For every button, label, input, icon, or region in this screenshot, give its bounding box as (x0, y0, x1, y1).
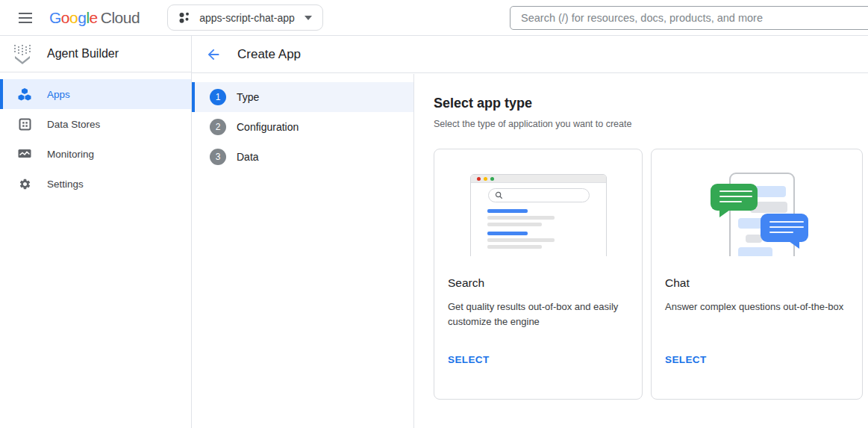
sidebar-item-settings[interactable]: Settings (0, 169, 191, 199)
section-heading: Select app type (434, 96, 868, 111)
product-title: Agent Builder (47, 47, 119, 61)
project-name: apps-script-chat-app (199, 12, 295, 24)
create-app-stepper: 1 Type 2 Configuration 3 Data (192, 74, 414, 428)
browser-topbar (471, 175, 606, 183)
step-label: Configuration (237, 121, 299, 133)
sidebar-item-label: Data Stores (47, 119, 100, 130)
search-pill-graphic (488, 188, 590, 202)
traffic-dot-green (490, 177, 494, 181)
logo-cloud-text: Cloud (101, 9, 140, 26)
traffic-dot-yellow (484, 177, 487, 181)
select-search-button[interactable]: SELECT (448, 354, 490, 365)
card-chat-app[interactable]: Chat Answer complex questions out-of-the… (651, 149, 863, 400)
sidebar: Agent Builder Apps (0, 36, 192, 428)
step-number-badge: 1 (210, 89, 226, 105)
page-title: Create App (237, 47, 301, 62)
search-input[interactable] (510, 6, 868, 30)
logo-letter: o (69, 9, 78, 26)
sidebar-header: Agent Builder (0, 36, 191, 72)
card-search-app[interactable]: Search Get quality results out-of-box an… (434, 149, 643, 400)
logo-letter: o (61, 9, 69, 26)
blue-chat-bubble (761, 214, 808, 242)
project-selector[interactable]: apps-script-chat-app (167, 4, 323, 31)
sidebar-item-data-stores[interactable]: Data Stores (0, 109, 191, 139)
mini-browser-graphic (470, 174, 607, 256)
section-subheading: Select the type of application you want … (434, 119, 868, 129)
active-indicator-bar (192, 112, 195, 142)
select-chat-button[interactable]: SELECT (665, 354, 707, 365)
active-indicator-bar (0, 109, 3, 139)
sidebar-nav: Apps Data Stores (0, 72, 191, 199)
cubes-icon (18, 87, 31, 101)
arrow-back-icon[interactable] (204, 46, 222, 63)
step-type[interactable]: 1 Type (192, 82, 413, 112)
google-cloud-logo: GoogleCloud (49, 9, 140, 27)
chevron-down-icon (305, 16, 312, 20)
sidebar-item-apps[interactable]: Apps (0, 79, 191, 109)
traffic-dot-red (477, 177, 481, 181)
step-label: Data (237, 151, 259, 163)
main-content: Select app type Select the type of appli… (415, 74, 868, 428)
sidebar-item-label: Monitoring (47, 149, 94, 160)
search-result-graphic (487, 209, 606, 226)
create-app-header: Create App (192, 36, 868, 73)
agent-builder-console: GoogleCloud apps-script-chat-app (0, 0, 868, 428)
active-indicator-bar (0, 139, 3, 169)
app-type-cards: Search Get quality results out-of-box an… (434, 149, 868, 400)
search-result-graphic (487, 232, 606, 249)
top-app-bar: GoogleCloud apps-script-chat-app (0, 0, 868, 36)
green-chat-bubble (711, 184, 758, 211)
step-number-badge: 2 (210, 119, 226, 135)
step-configuration[interactable]: 2 Configuration (192, 112, 413, 142)
step-label: Type (237, 91, 259, 103)
active-indicator-bar (192, 142, 195, 172)
card-title: Search (448, 276, 628, 290)
grid-box-icon (18, 117, 31, 131)
card-description: Answer complex questions out-of-the-box (665, 300, 847, 314)
gear-icon (18, 177, 31, 190)
step-number-badge: 3 (210, 149, 226, 165)
active-indicator-bar (0, 169, 3, 199)
sidebar-item-label: Apps (47, 89, 70, 100)
agent-builder-funnel-icon (10, 41, 35, 66)
hamburger-menu-icon[interactable] (16, 9, 34, 27)
active-indicator-bar (0, 79, 3, 109)
card-description: Get quality results out-of-box and easil… (448, 300, 627, 329)
active-indicator-bar (192, 82, 195, 112)
project-switcher-dots-icon (178, 11, 191, 24)
magnifier-icon (495, 191, 503, 199)
chart-line-icon (18, 147, 31, 161)
chat-illustration (652, 149, 862, 256)
sidebar-item-label: Settings (47, 179, 84, 190)
logo-letter: g (78, 9, 86, 26)
logo-letter: G (49, 9, 61, 26)
step-data[interactable]: 3 Data (192, 142, 413, 172)
search-illustration (434, 149, 642, 256)
sidebar-item-monitoring[interactable]: Monitoring (0, 139, 191, 169)
card-title: Chat (665, 276, 849, 290)
logo-letter: e (90, 9, 98, 26)
